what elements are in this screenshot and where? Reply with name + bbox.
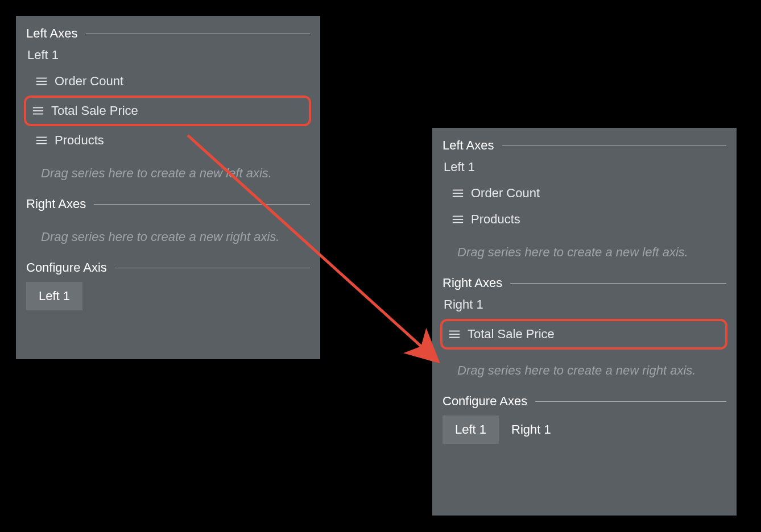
left-axes-drop-target[interactable]: Drag series here to create a new left ax… [442, 234, 726, 273]
divider [94, 204, 310, 205]
series-item-products[interactable]: Products [444, 207, 726, 231]
left-axes-title: Left Axes [26, 26, 86, 41]
left-axis-1-label: Left 1 [444, 160, 726, 174]
series-label: Total Sale Price [51, 103, 138, 118]
right-axes-header: Right Axes [442, 276, 726, 290]
left-axes-header: Left Axes [442, 138, 726, 153]
right-axes-header: Right Axes [26, 197, 310, 211]
right-axes-drop-target[interactable]: Drag series here to create a new right a… [26, 218, 310, 258]
divider [535, 401, 726, 402]
drag-handle-icon [35, 135, 48, 146]
left-axes-drop-target[interactable]: Drag series here to create a new left ax… [26, 155, 310, 194]
drag-handle-icon [448, 329, 461, 339]
divider [115, 268, 310, 268]
series-item-products[interactable]: Products [27, 128, 310, 152]
series-item-total-sale-price[interactable]: Total Sale Price [24, 95, 311, 126]
configure-axes-title: Configure Axes [442, 394, 535, 409]
series-item-order-count[interactable]: Order Count [444, 181, 726, 205]
series-label: Products [471, 212, 520, 227]
axes-config-panel-before: Left Axes Left 1 Order Count Total Sale … [16, 16, 320, 359]
series-label: Order Count [55, 74, 123, 89]
configure-axis-title: Configure Axis [26, 260, 115, 275]
drag-handle-icon [35, 76, 48, 86]
series-label: Order Count [471, 186, 540, 201]
series-item-order-count[interactable]: Order Count [27, 69, 310, 93]
divider [510, 283, 726, 284]
left-axes-header: Left Axes [26, 26, 310, 41]
right-axes-title: Right Axes [26, 197, 94, 211]
right-axes-drop-target[interactable]: Drag series here to create a new right a… [442, 352, 726, 392]
series-label: Total Sale Price [468, 327, 555, 342]
configure-axis-header: Configure Axis [26, 260, 310, 275]
axes-config-panel-after: Left Axes Left 1 Order Count Products Dr… [432, 128, 737, 516]
configure-axes-header: Configure Axes [442, 394, 726, 409]
right-axis-1-label: Right 1 [444, 297, 726, 312]
tab-right-1[interactable]: Right 1 [499, 415, 564, 444]
configure-axes-tabs: Left 1 Right 1 [442, 415, 726, 444]
tab-left-1[interactable]: Left 1 [442, 415, 499, 444]
drag-handle-icon [32, 106, 44, 116]
series-label: Products [55, 133, 104, 148]
right-axes-title: Right Axes [442, 276, 510, 290]
drag-handle-icon [452, 188, 464, 198]
divider [86, 34, 310, 34]
left-axis-1-label: Left 1 [27, 48, 310, 63]
tab-left-1[interactable]: Left 1 [26, 282, 82, 310]
drag-handle-icon [452, 214, 464, 225]
divider [502, 146, 726, 146]
configure-axis-tabs: Left 1 [26, 282, 310, 310]
left-axes-title: Left Axes [442, 138, 502, 153]
series-item-total-sale-price[interactable]: Total Sale Price [440, 319, 727, 350]
